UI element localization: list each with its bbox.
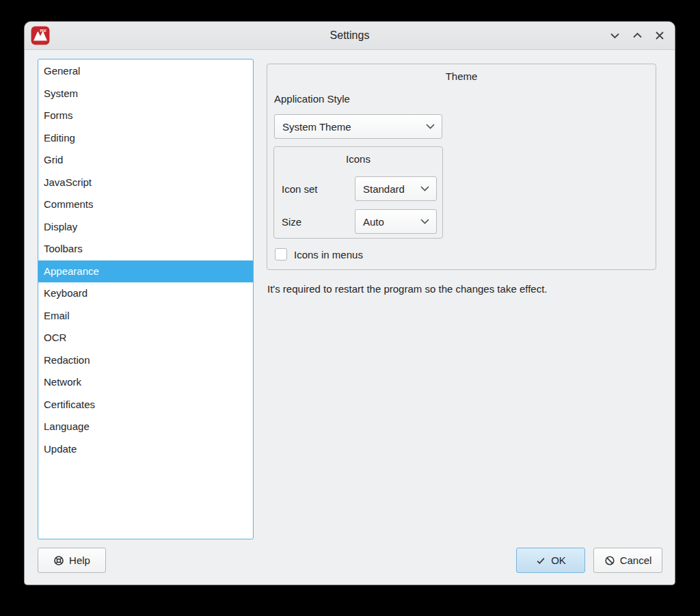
sidebar-item-language[interactable]: Language	[38, 416, 253, 438]
sidebar-item-forms[interactable]: Forms	[38, 105, 253, 127]
no-entry-icon	[604, 555, 615, 566]
application-style-label: Application Style	[274, 93, 350, 105]
sidebar-item-keyboard[interactable]: Keyboard	[38, 282, 253, 305]
close-button[interactable]	[654, 30, 665, 41]
sidebar-item-appearance[interactable]: Appearance	[38, 260, 253, 283]
sidebar-item-toolbars[interactable]: Toolbars	[38, 238, 253, 260]
sidebar-item-certificates[interactable]: Certificates	[38, 394, 253, 416]
size-select[interactable]: Auto	[355, 209, 437, 234]
sidebar-item-comments[interactable]: Comments	[38, 193, 253, 216]
cancel-button[interactable]: Cancel	[593, 548, 662, 573]
sidebar-item-editing[interactable]: Editing	[38, 127, 253, 150]
sidebar-item-email[interactable]: Email	[38, 305, 253, 327]
sidebar-item-javascript[interactable]: JavaScript	[38, 172, 253, 194]
icons-in-menus-label: Icons in menus	[294, 249, 363, 260]
help-button-label: Help	[69, 554, 90, 566]
chevron-down-icon	[426, 124, 435, 129]
size-label: Size	[282, 216, 301, 228]
theme-group-title: Theme	[267, 70, 656, 82]
sidebar-item-display[interactable]: Display	[38, 216, 253, 239]
theme-group-box: Theme Application Style System Theme Ico…	[267, 64, 656, 270]
settings-category-list: GeneralSystemFormsEditingGridJavaScriptC…	[38, 59, 254, 539]
settings-dialog: PDF Settings GeneralSystemFormsEditingGr…	[25, 22, 675, 585]
application-style-value: System Theme	[282, 121, 351, 133]
icons-group-title: Icons	[274, 153, 442, 165]
window-title: Settings	[25, 22, 675, 49]
cancel-button-label: Cancel	[620, 554, 652, 566]
chevron-down-icon	[610, 32, 620, 39]
size-value: Auto	[363, 216, 384, 228]
minimize-button[interactable]	[609, 30, 620, 41]
checkmark-icon	[535, 555, 546, 566]
icon-set-label: Icon set	[282, 183, 318, 195]
icons-in-menus-row[interactable]: Icons in menus	[275, 248, 363, 260]
help-lifebuoy-icon	[53, 555, 64, 566]
help-button[interactable]: Help	[38, 548, 106, 573]
icons-group-box: Icons Icon set Standard Size Auto	[273, 146, 443, 239]
restart-note: It's required to restart the program so …	[267, 283, 547, 295]
sidebar-item-general[interactable]: General	[38, 60, 253, 83]
chevron-down-icon	[420, 219, 429, 224]
sidebar-item-update[interactable]: Update	[38, 438, 253, 461]
ok-button[interactable]: OK	[516, 548, 585, 573]
sidebar-item-ocr[interactable]: OCR	[38, 327, 253, 349]
icon-set-value: Standard	[363, 183, 405, 195]
application-style-select[interactable]: System Theme	[274, 114, 442, 139]
ok-button-label: OK	[551, 554, 566, 566]
sidebar-item-system[interactable]: System	[38, 83, 253, 105]
sidebar-item-grid[interactable]: Grid	[38, 149, 253, 172]
chevron-down-icon	[420, 186, 429, 191]
close-icon	[655, 31, 664, 40]
maximize-button[interactable]	[632, 30, 643, 41]
sidebar-item-redaction[interactable]: Redaction	[38, 349, 253, 372]
icon-set-select[interactable]: Standard	[355, 176, 437, 201]
sidebar-item-network[interactable]: Network	[38, 371, 253, 394]
titlebar[interactable]: PDF Settings	[25, 22, 675, 50]
icons-in-menus-checkbox[interactable]	[275, 248, 287, 260]
chevron-up-icon	[632, 32, 643, 39]
